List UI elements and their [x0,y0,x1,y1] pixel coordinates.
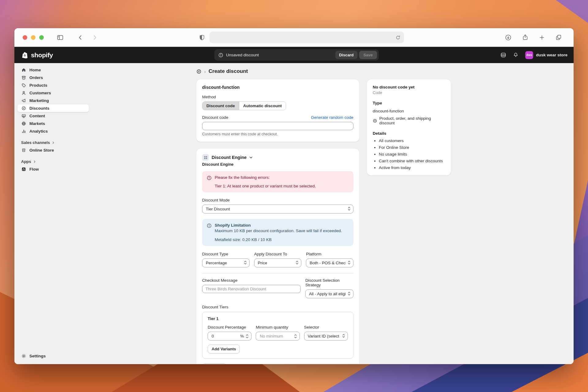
analytics-bars-icon [21,129,26,134]
add-tier-button[interactable]: Add Tier [202,363,226,364]
new-tab-icon[interactable] [539,34,545,41]
shopify-wordmark: shopify [31,51,53,59]
sidebar-item-discounts[interactable]: Discounts [17,104,89,112]
close-window-button[interactable] [23,35,27,40]
chevron-right-icon [33,160,36,163]
apply-discount-to-select[interactable]: Price [254,258,302,267]
sidebar-item-customers[interactable]: Customers [17,89,89,97]
checkout-message-input[interactable] [202,285,301,293]
discount-code-input[interactable] [202,122,353,130]
sidebar-section-sales-channels[interactable]: Sales channels [21,140,85,145]
discount-percentage-label: Discount Percentage [208,325,251,330]
minimize-window-button[interactable] [31,35,36,40]
save-button[interactable]: Save [359,51,377,59]
discount-tiers-label: Discount Tiers [202,305,353,309]
share-icon[interactable] [522,34,529,41]
minimum-quantity-input[interactable] [259,334,292,339]
method-option-discount-code[interactable]: Discount code [202,102,239,110]
selector-select[interactable]: Variant ID (select sp... [304,332,348,341]
error-title: Please fix the following errors: [215,175,316,180]
tier-1-box: Tier 1 Discount Percentage % [202,312,353,359]
discount-code-label: Discount code [202,115,228,120]
number-stepper-icon[interactable] [246,334,249,339]
shopify-limitation-banner: Shopify Limitation Maximum 10 KB per dis… [202,219,353,246]
method-option-automatic-discount[interactable]: Automatic discount [239,102,286,110]
select-stepper-icon [296,260,299,266]
sidebar-item-products[interactable]: Products [17,81,89,89]
discount-type-select[interactable]: Percentage [202,258,250,267]
zoom-window-button[interactable] [39,35,44,40]
notifications-bell-icon[interactable] [513,52,518,58]
sidebar-item-online-store[interactable]: Online Store [17,146,89,154]
summary-code-title: No discount code yet [373,85,445,89]
sidebar-item-analytics[interactable]: Analytics [17,127,89,135]
selection-strategy-label: Discount Selection Strategy [305,278,353,287]
number-stepper-icon[interactable] [294,334,297,339]
tab-overview-icon[interactable] [555,34,562,41]
toolbar-right-actions [505,34,562,41]
detail-item: For Online Store [379,145,445,150]
privacy-shield-icon[interactable] [199,34,205,41]
sidebar-item-home[interactable]: Home [17,66,89,74]
discount-code-help: Customers must enter this code at checko… [202,132,353,136]
back-icon[interactable] [77,34,84,41]
checkout-message-label: Checkout Message [202,278,301,283]
sidebar-toggle-icon[interactable] [57,34,64,41]
engine-subtitle: Discount Engine [202,162,353,167]
select-stepper-icon [342,334,345,339]
limitation-line1: Maximum 10 KB per discount configuration… [215,228,342,233]
summary-type-label: Type [373,101,445,105]
limitation-line2: Metafield size: 0.20 KB / 10 KB [215,237,342,242]
discount-type-label: Discount Type [202,252,250,256]
sidebar: Home Orders Products Customers Marketing… [14,63,92,364]
error-alert-icon [207,175,212,188]
detail-item: Active from today [379,165,445,170]
selection-strategy-select[interactable]: All - Apply to all eligibl... [305,289,353,298]
downloads-icon[interactable] [505,34,512,41]
settings-gear-icon [21,354,26,358]
generate-random-code-link[interactable]: Generate random code [311,115,353,120]
forward-icon[interactable] [92,34,98,41]
sidebar-item-flow[interactable]: Flow [17,165,89,173]
sidebar-item-settings[interactable]: Settings [17,352,89,360]
discount-mode-select[interactable]: Tier Discount [202,205,353,213]
discount-percentage-input[interactable] [211,334,238,339]
discounts-badge-icon[interactable] [196,69,202,74]
sidebar-item-orders[interactable]: Orders [17,74,89,81]
apply-discount-to-label: Apply Discount To [254,252,302,256]
content-icon [21,114,26,118]
select-stepper-icon [244,260,247,266]
platform-label: Platform [306,252,353,256]
summary-type-desc: Product, order, and shipping discount [379,116,445,125]
marketing-icon [21,98,26,103]
store-name: dusk wear store [536,53,567,57]
online-store-icon [21,148,26,153]
platform-select[interactable]: Both - POS & Checkout [306,258,353,267]
method-label: Method [202,95,353,99]
card-title: discount-function [202,85,353,90]
sidebar-section-apps[interactable]: Apps [21,159,85,164]
reload-icon[interactable] [395,35,401,40]
sidebar-item-marketing[interactable]: Marketing [17,97,89,104]
add-variants-button[interactable]: Add Variants [208,345,240,353]
app-body: Home Orders Products Customers Marketing… [14,63,574,364]
detail-item: All customers [379,138,445,143]
discount-badge-icon [373,119,377,123]
topbar-right: dws dusk wear store [500,51,567,59]
chevron-down-icon[interactable] [249,156,253,159]
method-segmented-control: Discount code Automatic discount [202,101,286,110]
summary-details-list: All customers For Online Store No usage … [373,138,445,170]
orders-icon [21,75,26,80]
address-bar[interactable] [209,32,404,43]
summary-code-sub: Code [373,90,445,95]
store-menu[interactable]: dws dusk wear store [525,51,567,59]
markets-globe-icon [21,121,26,126]
unsaved-message: Unsaved discount [226,53,259,57]
discard-button[interactable]: Discard [335,51,357,59]
selector-label: Selector [304,325,348,330]
summary-details-label: Details [373,131,445,136]
sidebar-item-content[interactable]: Content [17,112,89,120]
discounts-badge-icon [21,106,26,111]
sidebar-item-markets[interactable]: Markets [17,120,89,127]
sidekick-icon[interactable] [500,52,506,58]
